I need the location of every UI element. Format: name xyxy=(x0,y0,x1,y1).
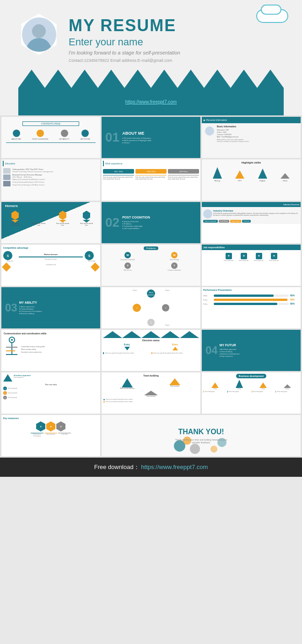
basic-info-title: Basic information xyxy=(217,125,299,128)
industry-label: Industry Overview xyxy=(203,203,299,206)
thank-you-sub: Thank you for your time and looking forw… xyxy=(174,438,229,444)
slide-direction-status: Direction status Entry Entry Enter your … xyxy=(102,330,200,371)
slide-key-measures: Key measures ★ ★ ★ Performance Presentat… xyxy=(1,415,100,456)
slide-basic-info: ▶ Personal information Basic information… xyxy=(202,117,301,158)
slide-highlight-skills: Highlight skills Writing PPT English Oth… xyxy=(202,159,301,201)
work-exp-label: Work experience xyxy=(103,161,199,166)
basic-info-fields: Education: N/F Vision: 19/C Contact: XXX… xyxy=(217,129,299,142)
performance-label: Performance Presentation xyxy=(202,287,301,293)
cloud-large xyxy=(256,9,288,23)
slides-grid: CONTENTS PAGE ABOUT ME POST COGNITION MY… xyxy=(0,115,302,458)
slide-industry-overview: Industry Overview Industry Overview In t… xyxy=(202,202,301,243)
contents-title: CONTENTS PAGE xyxy=(22,121,79,126)
slide-problems: Problems W Competitive competition W Tal… xyxy=(102,245,200,286)
slide-post-cognition: 02 POST COGNITION ● Industry Overview ● … xyxy=(102,202,200,243)
direction-label: Direction status xyxy=(103,339,199,342)
slide-education: Education Undergraduate: 2017 Sep-2017 Y… xyxy=(1,159,100,201)
hero-name: Enter your name xyxy=(69,36,284,48)
cloud-small xyxy=(261,5,281,15)
comm-title: Communication and coordination skills xyxy=(4,332,98,335)
nav-dot-1 xyxy=(13,130,20,137)
slide-competition: Competitive advantage S Early start Mark… xyxy=(1,245,100,286)
zigzag-divider xyxy=(18,70,284,88)
slide-communication: Communication and coordination skills xyxy=(1,330,100,371)
nav-dot-4 xyxy=(81,130,89,137)
cloud-decoration xyxy=(256,9,288,23)
post-bullets: ● Industry Overview ● Problems ● Competi… xyxy=(122,220,150,229)
key-measures-label: Key measures xyxy=(3,417,98,420)
education-label: Education xyxy=(3,161,99,166)
core-idea-label: The core idea xyxy=(3,383,98,386)
basic-info-avatar xyxy=(205,126,214,136)
slide-contents: CONTENTS PAGE ABOUT ME POST COGNITION MY… xyxy=(1,117,100,158)
about-title: ABOUT ME xyxy=(122,131,151,136)
highlight-title: Highlight skills xyxy=(204,161,299,164)
mail-icon: ✦ xyxy=(256,253,262,259)
slide-core-idea: A holistic approach Enter keywords The c… xyxy=(1,372,100,414)
slide-work-exp-spider: Work experience 1 2 3 Project Project Pr… xyxy=(102,287,200,328)
hero-contact: Contact:12345678922 Email address:E-mail… xyxy=(69,58,284,63)
job-resp-label: Job responsibilities xyxy=(202,245,301,250)
shield-icon: ✦ xyxy=(241,253,247,259)
futur-bullets: ● A holistic approach ● Team building ● … xyxy=(220,348,240,357)
megaphone-icon: ✦ xyxy=(271,253,277,259)
nav-dot-2 xyxy=(37,130,44,137)
resume-title: MY RESUME xyxy=(69,16,284,35)
slide-honors: Honors Enter a specific description here… xyxy=(1,202,100,243)
ability-bullets: ● Work experience ● Professionalism ● Pe… xyxy=(19,306,42,315)
slide-thank-you: THANK YOU! Thank you for your time and l… xyxy=(102,415,301,456)
footer-link[interactable]: https://www.freeppt7.com xyxy=(141,464,208,470)
futur-number: 04 xyxy=(205,345,218,356)
slide-team-building: Team building Work-to-finish efficiency … xyxy=(102,372,200,414)
futur-title: MY FUTUR xyxy=(220,344,240,347)
slide-my-futur: 04 MY FUTUR ● A holistic approach ● Team… xyxy=(202,330,301,371)
footer-label: Free download： xyxy=(94,464,140,470)
hero-website-link[interactable]: https://www.freeppt7.com xyxy=(125,99,177,104)
tool-icon: ✦ xyxy=(226,253,232,259)
slide-job-responsibilities: Job responsibilities ✦ Enter keywords ✦ … xyxy=(202,245,301,286)
avatar xyxy=(18,14,59,55)
slide-work-experience: Work experience 2017-2018 2018-2019 2019… xyxy=(102,159,200,201)
team-building-label: Team building xyxy=(103,374,199,377)
teal-band: https://www.freeppt7.com xyxy=(18,88,284,115)
hero-subtitle: I'm looking forward to a stage for self-… xyxy=(69,50,284,55)
problems-badge: Problems xyxy=(144,246,158,250)
thank-you-text: THANK YOU! xyxy=(178,428,224,436)
personal-info-label: ▶ Personal information xyxy=(204,119,227,121)
post-number: 02 xyxy=(105,216,119,229)
slide-my-ability: 03 MY ABILITY ● Work experience ● Profes… xyxy=(1,287,100,328)
footer: Free download： https://www.freeppt7.com xyxy=(0,458,302,477)
post-title: POST COGNITION xyxy=(122,216,150,219)
honors-title: Honors xyxy=(3,204,98,208)
nav-dot-3 xyxy=(61,130,68,137)
about-number: 01 xyxy=(105,131,119,144)
slide-performance: Performance Presentation Skills 80% Entr… xyxy=(202,287,301,328)
ability-title: MY ABILITY xyxy=(19,301,42,304)
competition-title: Competitive advantage xyxy=(3,246,98,249)
slide-about-me: 01 ABOUT ME ● Personal information ● Edu… xyxy=(102,117,200,158)
hero-section: MY RESUME Enter your name I'm looking fo… xyxy=(0,0,302,115)
about-bullets: ● Personal information ● Education ● Wor… xyxy=(122,137,151,144)
ability-number: 03 xyxy=(5,302,17,313)
slide-business-development: Business development Entry Entry Entry xyxy=(202,372,301,414)
